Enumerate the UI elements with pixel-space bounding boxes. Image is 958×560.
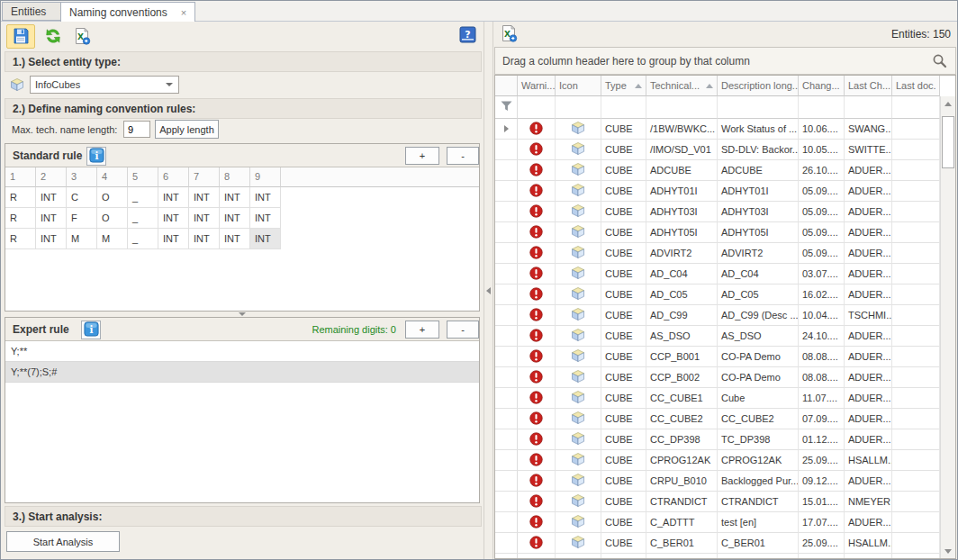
cell-last_doc[interactable] — [892, 409, 940, 429]
cell-icon[interactable] — [556, 222, 601, 243]
cell-type[interactable]: CUBE — [601, 140, 646, 160]
standard-rule-cell[interactable]: _ — [128, 187, 158, 208]
cell-last_changed_by[interactable]: ADUER... — [845, 429, 892, 450]
standard-rule-cell[interactable]: _ — [128, 229, 158, 249]
cell-last_doc[interactable] — [892, 450, 940, 471]
expert-rule-info-button[interactable]: i — [81, 321, 101, 339]
filter-cell-last_doc[interactable] — [892, 96, 940, 119]
cell-last_doc[interactable] — [892, 222, 940, 243]
cell-warning[interactable] — [518, 409, 556, 429]
cell-changed[interactable]: 15.01.... — [799, 492, 845, 512]
cell-technical[interactable] — [646, 554, 718, 558]
table-row[interactable]: CUBEAD_C04AD_C0403.07....ADUER... — [495, 264, 940, 285]
cell-description[interactable]: ADCUBE — [718, 160, 799, 181]
table-row[interactable] — [495, 554, 940, 558]
cell-last_changed_by[interactable]: HSALLM... — [845, 450, 892, 471]
entity-type-dropdown[interactable]: InfoCubes — [30, 76, 179, 94]
standard-rule-cell[interactable]: INT — [250, 187, 281, 208]
cell-type[interactable]: CUBE — [601, 450, 646, 471]
cell-technical[interactable]: CCP_B001 — [646, 347, 718, 367]
standard-rule-column-header[interactable]: 7 — [189, 167, 220, 187]
cell-last_changed_by[interactable]: ADUER... — [845, 388, 892, 409]
standard-rule-column-header[interactable]: 9 — [250, 167, 281, 187]
row-indicator[interactable] — [495, 326, 518, 347]
filter-cell-changed[interactable] — [799, 96, 845, 119]
apply-length-button[interactable]: Apply length — [155, 120, 219, 139]
cell-type[interactable]: CUBE — [601, 181, 646, 202]
table-row[interactable]: CUBEAD_C99AD_C99 (Desc ...10.04....TSCHM… — [495, 305, 940, 326]
standard-rule-cell[interactable]: INT — [220, 208, 250, 229]
cell-warning[interactable] — [518, 285, 556, 305]
table-row[interactable]: CUBEC_ADTTTtest [en]17.07....ADUER... — [495, 512, 940, 533]
standard-rule-cell[interactable]: INT — [220, 229, 250, 249]
standard-rule-column-header[interactable]: 2 — [36, 167, 67, 187]
cell-last_changed_by[interactable]: HSALLM... — [845, 533, 892, 554]
cell-last_doc[interactable] — [892, 471, 940, 492]
cell-warning[interactable] — [518, 554, 556, 558]
cell-technical[interactable]: CCP_B002 — [646, 367, 718, 388]
cell-description[interactable]: CTRANDICT — [718, 492, 799, 512]
cell-type[interactable]: CUBE — [601, 533, 646, 554]
cell-warning[interactable] — [518, 222, 556, 243]
cell-changed[interactable]: 05.09.... — [799, 222, 845, 243]
cell-warning[interactable] — [518, 160, 556, 181]
row-indicator[interactable] — [495, 367, 518, 388]
cell-last_doc[interactable] — [892, 285, 940, 305]
row-indicator[interactable] — [495, 285, 518, 305]
cell-description[interactable]: ADHYT03I — [718, 202, 799, 222]
cell-last_changed_by[interactable]: ADUER... — [845, 264, 892, 285]
cell-last_changed_by[interactable]: ADUER... — [845, 285, 892, 305]
refresh-button[interactable] — [42, 27, 64, 47]
cell-last_changed_by[interactable]: SWITTE... — [845, 140, 892, 160]
filter-cell-type[interactable] — [601, 96, 646, 119]
cell-icon[interactable] — [556, 264, 601, 285]
cell-last_doc[interactable] — [892, 243, 940, 264]
cell-changed[interactable]: 09.12.... — [799, 471, 845, 492]
cell-icon[interactable] — [556, 450, 601, 471]
cell-icon[interactable] — [556, 367, 601, 388]
cell-type[interactable]: CUBE — [601, 388, 646, 409]
cell-last_doc[interactable] — [892, 305, 940, 326]
cell-icon[interactable] — [556, 347, 601, 367]
start-analysis-button[interactable]: Start Analysis — [6, 531, 120, 552]
cell-description[interactable]: AD_C05 — [718, 285, 799, 305]
expert-rule-item[interactable]: Y;**(7);S;# — [5, 362, 479, 383]
table-row[interactable]: CUBECRPU_B010Backlogged Pur...09.12....A… — [495, 471, 940, 492]
cell-last_doc[interactable] — [892, 388, 940, 409]
table-row[interactable]: CUBEADVIRT2ADVIRT205.09....ADUER... — [495, 243, 940, 264]
cell-last_changed_by[interactable]: ADUER... — [845, 181, 892, 202]
cell-changed[interactable]: 05.09.... — [799, 243, 845, 264]
standard-rule-cell[interactable]: O — [97, 208, 128, 229]
filter-cell-warning[interactable] — [518, 96, 556, 119]
cell-last_doc[interactable] — [892, 326, 940, 347]
cell-last_doc[interactable] — [892, 512, 940, 533]
cell-last_changed_by[interactable]: SWANG... — [845, 119, 892, 140]
cell-warning[interactable] — [518, 140, 556, 160]
standard-rule-column-header[interactable]: 6 — [158, 167, 189, 187]
cell-changed[interactable]: 24.10.... — [799, 326, 845, 347]
standard-rule-cell[interactable]: R — [5, 187, 36, 208]
cell-icon[interactable] — [556, 326, 601, 347]
standard-rule-cell[interactable]: INT — [189, 187, 220, 208]
cell-last_changed_by[interactable] — [845, 554, 892, 558]
cell-last_doc[interactable] — [892, 367, 940, 388]
cell-type[interactable]: CUBE — [601, 305, 646, 326]
standard-rule-cell[interactable]: R — [5, 208, 36, 229]
standard-rule-cell[interactable]: INT — [250, 229, 281, 249]
cell-description[interactable]: TC_DP398 — [718, 429, 799, 450]
table-row[interactable]: CUBECPROG12AKCPROG12AK25.09....HSALLM... — [495, 450, 940, 471]
cell-warning[interactable] — [518, 388, 556, 409]
standard-rule-row[interactable]: RINTFO_INTINTINTINT — [5, 208, 479, 229]
cell-icon[interactable] — [556, 554, 601, 558]
tab-naming-conventions[interactable]: Naming conventions × — [60, 2, 195, 22]
column-header-type[interactable]: Type — [601, 76, 646, 96]
row-indicator[interactable] — [495, 554, 518, 558]
cell-description[interactable]: ADHYT05I — [718, 222, 799, 243]
cell-type[interactable]: CUBE — [601, 222, 646, 243]
cell-type[interactable]: CUBE — [601, 492, 646, 512]
table-row[interactable]: CUBECCP_B001CO-PA Demo08.08....ADUER... — [495, 347, 940, 367]
cell-type[interactable]: CUBE — [601, 285, 646, 305]
cell-technical[interactable]: ADCUBE — [646, 160, 718, 181]
table-row[interactable]: CUBEADHYT01IADHYT01I05.09....ADUER... — [495, 181, 940, 202]
cell-description[interactable]: C_BER01 — [718, 533, 799, 554]
